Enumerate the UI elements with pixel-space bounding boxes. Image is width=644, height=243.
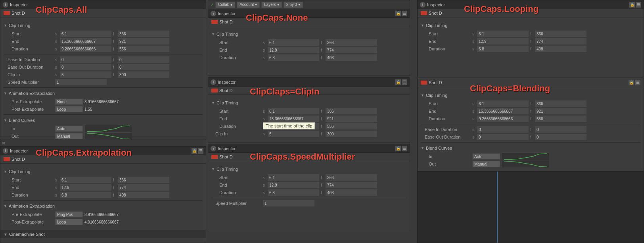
blend-in-dropdown-blending[interactable]: Auto [472,153,500,160]
end-f-looping[interactable] [535,38,586,44]
dur-s-extrap[interactable] [60,192,111,198]
panel-lock-btn-clipin[interactable]: 🔒 [395,79,401,85]
dur-f-extrap[interactable] [118,192,169,198]
end-s-looping[interactable] [477,38,529,44]
shot-label-blending: Shot D [429,80,442,85]
dur-f-looping[interactable] [535,46,586,52]
pre-extrap-dropdown-extrap[interactable]: Ping Pos [55,211,83,218]
start-value: s f [55,31,203,37]
blend-in-dropdown[interactable]: Auto [55,125,83,132]
divider-speed [211,198,406,198]
start-f-unit: f [113,32,116,36]
start-s-extrap[interactable] [60,177,111,183]
ease-in-s-input[interactable] [60,56,111,63]
speed-input[interactable] [55,79,107,85]
panel-lock-btn-looping[interactable]: 🔒 [629,2,635,8]
start-f-extrap[interactable] [118,177,169,183]
panel-lock-btn-speed[interactable]: 🔒 [395,146,401,151]
ease-in-f-blending[interactable] [535,126,586,133]
dur-f-blending[interactable] [535,116,586,122]
start-s-none[interactable] [268,39,319,46]
dur-f-clipin[interactable] [326,123,377,129]
end-f-speed[interactable] [326,182,377,188]
panel-menu-btn-speed[interactable]: ☰ [402,146,407,151]
dur-f-input[interactable] [118,46,169,52]
ease-in-f-input[interactable] [118,56,169,63]
dur-f-none[interactable] [326,54,377,61]
start-f-clipin[interactable] [326,108,377,114]
end-f-none[interactable] [326,47,377,53]
end-s-clipin[interactable] [268,116,319,122]
speed-input-speed[interactable] [263,200,314,206]
panel-menu-btn-looping[interactable]: ☰ [636,2,641,8]
ease-out-s-blending[interactable] [477,134,529,140]
account-btn[interactable]: Account ▾ [237,2,260,8]
start-s-speed[interactable] [268,174,319,181]
panel-lock-btn-blending[interactable]: 🔒 [629,80,634,85]
panel-clipcaps-all: i Inspector Shot D ▼ Clip Timing Start s… [0,0,206,137]
post-extrap-dropdown[interactable]: Loop [55,106,83,112]
divider-extrap [4,200,203,201]
end-f-extrap[interactable] [118,184,169,191]
panel-menu-btn-extrap[interactable]: ☰ [198,148,203,154]
clip-in-s-input[interactable] [60,71,111,78]
dur-s-input[interactable] [60,46,111,52]
panel-lock-btn[interactable]: 🔒 [395,11,401,16]
timeline-area-blending [418,171,644,243]
end-s-blending[interactable] [477,108,529,114]
ease-in-row-blending: Ease In Duration s f [421,126,640,133]
panel-menu-btn-blending[interactable]: ☰ [635,80,640,85]
ease-in-s-blending[interactable] [477,126,529,133]
blend-out-dropdown[interactable]: Manual [55,133,83,139]
start-s-clipin[interactable] [268,108,319,114]
layout-btn[interactable]: 2 by 3 ▾ [284,2,303,8]
layers-btn[interactable]: Layers ▾ [261,2,282,8]
start-f-input[interactable] [118,31,169,37]
post-extrap-dropdown-extrap[interactable]: Loop [55,219,83,225]
dur-s-speed[interactable] [268,189,319,196]
end-s-input[interactable] [60,38,111,44]
start-f-looping[interactable] [535,31,586,37]
panel-lock-btn-extrap[interactable]: 🔒 [192,148,197,154]
blend-in-label: In [4,126,55,131]
panel-buttons-speed: 🔒 ☰ [395,146,407,151]
clip-in-f-clipin[interactable] [326,131,377,137]
ease-out-f-input[interactable] [118,64,169,70]
clip-timing-header-looping: ▼ Clip Timing [421,21,640,29]
ease-out-f-unit: f [113,65,116,69]
start-s-looping[interactable] [477,31,529,37]
panel-menu-btn[interactable]: ☰ [402,11,407,16]
panel-content-speed: ▼ Clip Timing Start s f End s f Duration [208,161,410,210]
dur-s-blending[interactable] [477,116,529,122]
panel-content-looping: ▼ Clip Timing Start s f End s f Duration [418,17,644,55]
ease-out-f-blending[interactable] [535,134,586,140]
panel-menu-btn-clipin[interactable]: ☰ [402,79,407,85]
ease-out-value: s f [55,64,203,70]
shot-label-speed: Shot D [219,154,233,159]
start-f-none[interactable] [326,39,377,46]
panel-clipcaps-extrap: ⊞ i Inspector 🔒 ☰ Shot D ▼ Clip Timing S… [0,139,206,243]
clip-in-f-input[interactable] [118,71,169,78]
start-f-blending[interactable] [535,100,586,107]
collab-btn[interactable]: Collab ▾ [215,2,235,8]
clip-in-s-clipin[interactable] [268,131,319,137]
end-s-extrap[interactable] [60,184,111,191]
pre-extrap-dropdown[interactable]: None [55,98,83,105]
end-f-blending[interactable] [535,108,586,114]
start-s-blending[interactable] [477,100,529,107]
blend-out-dropdown-blending[interactable]: Manual [472,161,500,167]
start-f-speed[interactable] [326,174,377,181]
start-s-unit: s [55,32,58,36]
timeline-cursor [497,172,498,243]
dur-f-speed[interactable] [326,189,377,196]
dur-s-looping[interactable] [477,46,529,52]
start-s-input[interactable] [60,31,111,37]
end-s-none[interactable] [268,47,319,53]
end-f-clipin[interactable] [326,116,377,122]
shot-label-extrap: Shot D [12,157,25,162]
end-s-speed[interactable] [268,182,319,188]
blend-in-curve [84,125,132,133]
dur-s-none[interactable] [268,54,319,61]
end-f-input[interactable] [118,38,169,44]
ease-out-s-input[interactable] [60,64,111,70]
